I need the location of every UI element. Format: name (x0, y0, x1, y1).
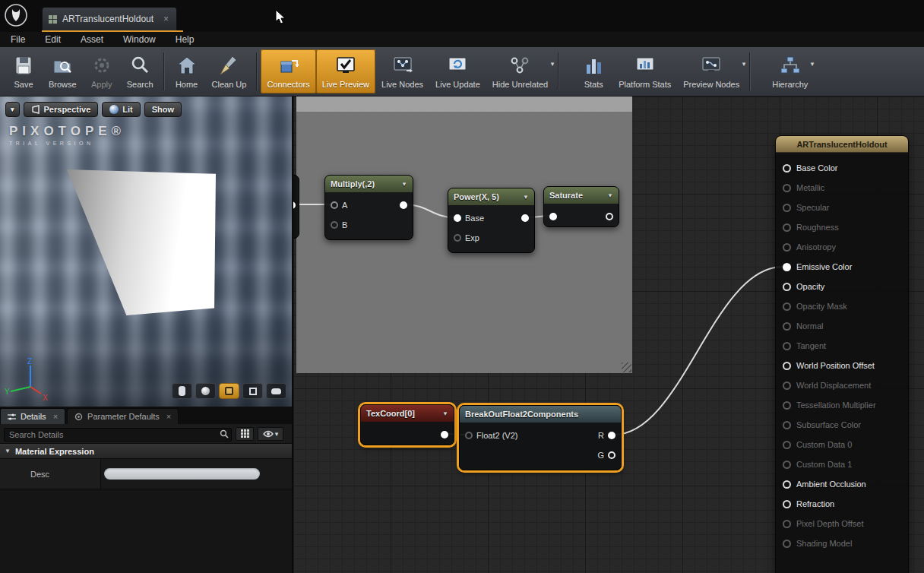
preview-shape-sphere-button[interactable] (195, 383, 216, 399)
search-button[interactable]: Search (121, 49, 160, 93)
material-input-pin[interactable] (783, 342, 791, 350)
material-input-pin[interactable] (783, 421, 791, 429)
material-input-pin[interactable] (783, 223, 791, 232)
material-pin-row[interactable]: World Position Offset (776, 356, 908, 375)
material-input-pin[interactable] (783, 184, 791, 192)
input-pin-b[interactable] (331, 221, 338, 229)
preview-viewport[interactable]: ▾ Perspective Lit Show PIXOTOPE® TRIAL V… (0, 97, 292, 407)
material-input-pin[interactable] (783, 500, 791, 508)
output-pin[interactable] (521, 214, 529, 222)
output-pin[interactable] (606, 213, 613, 220)
material-pin-row[interactable]: Pixel Depth Offset (776, 514, 908, 533)
preview-nodes-dropdown-icon[interactable]: ▾ (742, 60, 746, 68)
material-input-pin[interactable] (783, 381, 791, 390)
material-input-pin[interactable] (783, 441, 791, 449)
node-power-header[interactable]: Power(X, 5) ▼ (448, 188, 534, 205)
search-details-input[interactable] (4, 428, 232, 442)
node-saturate-header[interactable]: Saturate ▼ (544, 187, 619, 204)
category-material-expression[interactable]: ▼ Material Expression (0, 444, 292, 459)
hierarchy-button[interactable]: Hierarchy ▾ (766, 49, 814, 93)
save-button[interactable]: Save (5, 49, 43, 93)
material-pin-row[interactable]: World Displacement (776, 375, 908, 395)
preview-shape-plane-button[interactable] (219, 383, 239, 399)
output-pin[interactable] (441, 431, 448, 438)
view-options-button[interactable]: ▾ (258, 427, 283, 441)
material-pin-row[interactable]: Shading Model (776, 533, 908, 553)
node-breakout-header[interactable]: BreakOutFloat2Components (460, 406, 621, 423)
platform-stats-button[interactable]: Platform Stats (612, 49, 677, 93)
asset-tab[interactable]: ARTranslucentHoldout × (42, 7, 177, 30)
apply-button[interactable]: Apply (83, 49, 121, 93)
lit-button[interactable]: Lit (102, 102, 140, 117)
home-button[interactable]: Home (168, 49, 206, 93)
material-pin-row[interactable]: Subsurface Color (776, 415, 908, 435)
browse-button[interactable]: Browse (43, 49, 83, 93)
material-pin-row[interactable]: Opacity Mask (776, 296, 908, 316)
collapse-arrow-icon[interactable]: ▼ (442, 410, 448, 417)
material-pin-row[interactable]: Base Color (776, 158, 908, 178)
material-pin-row[interactable]: Refraction (776, 494, 908, 514)
material-input-pin[interactable] (783, 401, 791, 410)
tab-details[interactable]: Details × (0, 408, 65, 424)
node-breakout-float2[interactable]: BreakOutFloat2Components Float2 (V2) R (459, 405, 622, 470)
material-input-pin[interactable] (783, 540, 791, 548)
input-pin-base[interactable] (454, 214, 461, 222)
live-update-button[interactable]: Live Update (429, 49, 486, 93)
preview-nodes-button[interactable]: Preview Nodes ▾ (677, 49, 745, 93)
collapse-arrow-icon[interactable]: ▼ (607, 192, 613, 199)
offscreen-node-edge[interactable] (293, 175, 299, 239)
node-multiply-header[interactable]: Multiply(,2) ▼ (325, 176, 413, 192)
material-pin-row[interactable]: Anisotropy (776, 237, 908, 257)
input-pin-a[interactable] (331, 201, 338, 209)
material-input-pin[interactable] (783, 322, 791, 331)
menu-file[interactable]: File (11, 34, 36, 45)
node-texcoord[interactable]: TexCoord[0] ▼ (360, 404, 454, 445)
node-texcoord-header[interactable]: TexCoord[0] ▼ (361, 405, 454, 422)
node-multiply[interactable]: Multiply(,2) ▼ A B (324, 175, 413, 240)
perspective-button[interactable]: Perspective (24, 102, 99, 117)
preview-shape-teapot-button[interactable] (266, 383, 286, 399)
material-graph-canvas[interactable]: Multiply(,2) ▼ A B Power(X, 5) ▼ Base Ex… (293, 97, 924, 573)
input-pin-exp[interactable] (454, 234, 461, 242)
material-input-pin[interactable] (783, 283, 791, 291)
tab-close-icon[interactable]: × (166, 412, 171, 421)
stats-button[interactable]: Stats (574, 49, 612, 93)
material-input-pin[interactable] (783, 243, 791, 252)
material-pin-row[interactable]: Normal (776, 316, 908, 336)
material-input-pin[interactable] (783, 520, 791, 528)
node-saturate[interactable]: Saturate ▼ (543, 186, 619, 227)
menu-window[interactable]: Window (123, 34, 166, 45)
output-pin[interactable] (400, 201, 407, 209)
viewport-options-button[interactable]: ▾ (5, 102, 20, 117)
material-pin-row[interactable]: Tangent (776, 336, 908, 356)
preview-shape-cylinder-button[interactable] (172, 383, 192, 399)
material-input-pin[interactable] (783, 461, 791, 469)
menu-asset[interactable]: Asset (81, 34, 114, 45)
material-pin-row[interactable]: Custom Data 1 (776, 454, 908, 474)
node-power[interactable]: Power(X, 5) ▼ Base Exp (448, 188, 535, 253)
material-pin-row[interactable]: Metallic (776, 178, 908, 198)
preview-shape-cube-button[interactable] (242, 383, 263, 399)
input-pin[interactable] (549, 213, 557, 220)
live-preview-button[interactable]: Live Preview (316, 49, 375, 93)
hierarchy-dropdown-icon[interactable]: ▾ (811, 60, 815, 68)
material-pin-row[interactable]: Specular (776, 198, 908, 217)
show-button[interactable]: Show (144, 102, 182, 117)
input-pin-float2[interactable] (465, 432, 473, 439)
tab-close-icon[interactable]: × (53, 412, 58, 421)
material-input-pin[interactable] (783, 204, 791, 212)
material-pin-row[interactable]: Roughness (776, 217, 908, 237)
collapse-arrow-icon[interactable]: ▼ (523, 194, 529, 201)
material-pin-row[interactable]: Ambient Occlusion (776, 474, 908, 494)
material-pin-row[interactable]: Tessellation Multiplier (776, 395, 908, 415)
property-matrix-button[interactable] (236, 427, 254, 441)
collapse-arrow-icon[interactable]: ▼ (401, 181, 407, 188)
material-input-pin[interactable] (783, 263, 791, 271)
material-input-pin[interactable] (783, 480, 791, 489)
material-input-pin[interactable] (783, 302, 791, 311)
tab-parameter-defaults[interactable]: Parameter Defaults × (67, 408, 179, 424)
material-node-header[interactable]: ARTranslucentHoldout (776, 136, 908, 153)
material-input-pin[interactable] (783, 164, 791, 173)
menu-help[interactable]: Help (176, 34, 205, 45)
hide-unrelated-button[interactable]: Hide Unrelated ▾ (486, 49, 554, 93)
